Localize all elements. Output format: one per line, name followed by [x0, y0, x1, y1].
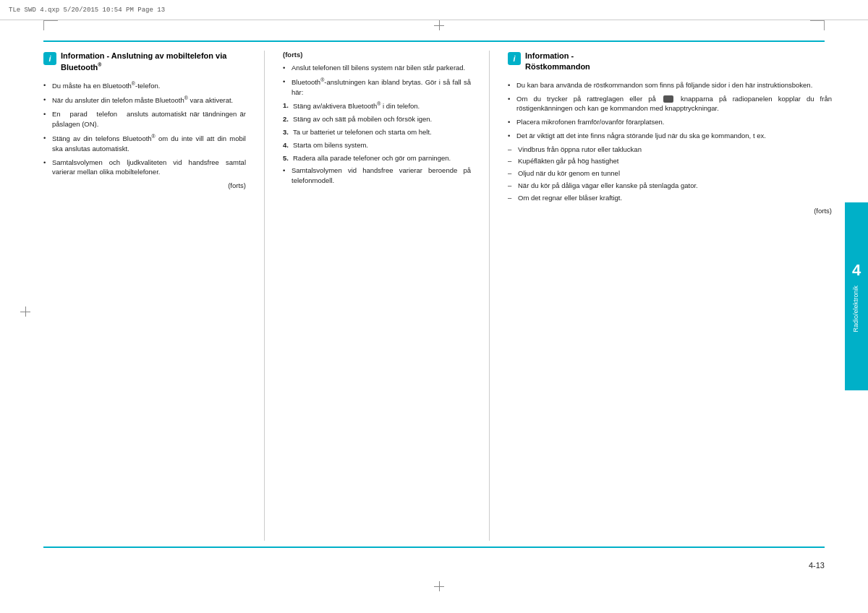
right-subtitle: Röstkommandon: [525, 61, 590, 72]
corner-tl-v: [43, 20, 44, 30]
crosshair-top: [434, 20, 444, 30]
col-sep-2: [489, 51, 490, 541]
cyan-line-top: [43, 40, 825, 42]
page: TLe SWD 4.qxp 5/20/2015 10:54 PM Page 13…: [0, 0, 868, 613]
left-title-reg: ®: [98, 62, 101, 67]
content-area: i Information - Anslutning av mobiltelef…: [43, 51, 832, 541]
side-tab-text: Radio/elektronik: [852, 286, 861, 333]
left-info-title: Information - Anslutning av mobiltelefon…: [61, 51, 246, 73]
num-label: 5.: [283, 153, 289, 163]
crosshair-left: [20, 306, 30, 317]
middle-forts-label: (forts): [283, 51, 471, 59]
corner-tr-v: [824, 20, 825, 30]
right-forts: (forts): [508, 207, 832, 215]
middle-column: (forts) Anslut telefonen till bilens sys…: [268, 51, 485, 541]
list-item: Bluetooth®-anslutningen kan ibland bryta…: [283, 77, 471, 98]
cyan-line-bottom: [43, 546, 825, 548]
right-bullet-list: Du kan bara använda de röstkommandon som…: [508, 80, 832, 141]
right-column: i Information - Röstkommandon Du kan bar…: [493, 51, 832, 541]
list-item: När du kör på dåliga vägar eller kanske …: [508, 181, 832, 191]
side-tab-number: 4: [852, 261, 861, 280]
num-label: 3.: [283, 127, 289, 137]
left-column: i Information - Anslutning av mobiltelef…: [43, 51, 260, 541]
middle-bullet-list-2: Samtalsvolymen vid handsfree varierar be…: [283, 166, 471, 186]
left-title-main: Information: [61, 51, 105, 60]
list-item: En parad telefon ansluts automatiskt när…: [43, 109, 246, 129]
list-item: 3.Ta ur batteriet ur telefonen och start…: [283, 127, 471, 137]
num-label: 2.: [283, 114, 289, 124]
list-item: Om det regnar eller blåser kraftigt.: [508, 193, 832, 203]
list-item: När du ansluter din telefon måste Blueto…: [43, 95, 246, 106]
list-item: 2.Stäng av och sätt på mobilen och försö…: [283, 114, 471, 124]
left-info-header: i Information - Anslutning av mobiltelef…: [43, 51, 246, 73]
middle-bullet-list-1: Anslut telefonen till bilens system när …: [283, 63, 471, 97]
list-item: Du kan bara använda de röstkommandon som…: [508, 80, 832, 90]
info-icon-right: i: [508, 52, 521, 65]
list-item: 1.Stäng av/aktivera Bluetooth® i din tel…: [283, 100, 471, 111]
list-item: Kupéfläkten går på hög hastighet: [508, 156, 832, 166]
info-icon-left: i: [43, 52, 56, 65]
list-item: Anslut telefonen till bilens system när …: [283, 63, 471, 73]
corner-tr-h: [810, 20, 825, 21]
num-label: 4.: [283, 140, 289, 150]
list-item: Stäng av din telefons Bluetooth® om du i…: [43, 133, 246, 154]
header-text: TLe SWD 4.qxp 5/20/2015 10:54 PM Page 13: [9, 7, 165, 14]
header-bar: TLe SWD 4.qxp 5/20/2015 10:54 PM Page 13: [0, 0, 868, 20]
col-sep-1: [264, 51, 265, 541]
right-info-header: i Information - Röstkommandon: [508, 51, 832, 73]
corner-tl-h: [43, 20, 58, 21]
list-item: Samtalsvolymen och ljudkvaliteten vid ha…: [43, 158, 246, 178]
list-item: Samtalsvolymen vid handsfree varierar be…: [283, 166, 471, 186]
right-dash-list: Vindbrus från öppna rutor eller taklucka…: [508, 145, 832, 203]
left-bullet-list: Du måste ha en Bluetooth®-telefon. När d…: [43, 80, 246, 177]
num-label: 1.: [283, 100, 289, 111]
side-tab: 4 Radio/elektronik: [845, 202, 868, 390]
crosshair-bottom: [434, 581, 444, 591]
list-item: Det är viktigt att det inte finns några …: [508, 131, 832, 141]
page-number: 4-13: [809, 561, 825, 570]
list-item: Vindbrus från öppna rutor eller taklucka…: [508, 145, 832, 155]
list-item: Placera mikrofonen framför/ovanför förar…: [508, 117, 832, 127]
list-item: Oljud när du kör genom en tunnel: [508, 168, 832, 179]
middle-numbered-list: 1.Stäng av/aktivera Bluetooth® i din tel…: [283, 100, 471, 163]
list-item: Om du trycker på rattreglagen eller på k…: [508, 94, 832, 114]
right-title-dash: -: [569, 51, 574, 60]
list-item: 4.Starta om bilens system.: [283, 140, 471, 150]
list-item: Du måste ha en Bluetooth®-telefon.: [43, 80, 246, 91]
list-item: 5.Radera alla parade telefoner och gör o…: [283, 153, 471, 163]
right-title-main: Information: [525, 51, 569, 60]
right-info-title: Information - Röstkommandon: [525, 51, 590, 73]
left-forts: (forts): [43, 181, 246, 189]
